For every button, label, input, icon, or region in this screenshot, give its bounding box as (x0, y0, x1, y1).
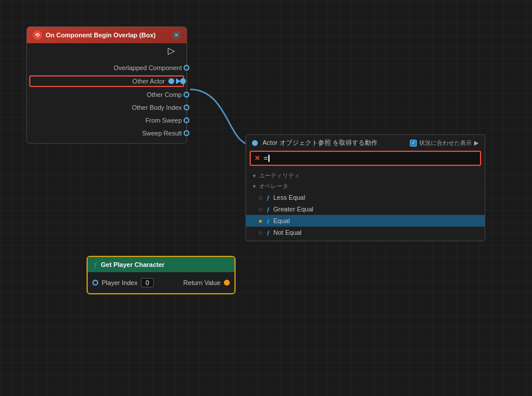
other-actor-dot (168, 78, 174, 84)
pin-from-sweep: From Sweep (27, 114, 186, 127)
context-item-equal[interactable]: ★ ƒ Equal (246, 215, 485, 227)
context-item-greater-equal[interactable]: ☆ ƒ Greater Equal (246, 203, 485, 215)
context-item-not-equal[interactable]: ☆ ƒ Not Equal (246, 227, 485, 238)
context-header: Actor オブジェクト参照 を取得する動作 ✓ 状況に合わせた表示 ▶ (246, 135, 485, 151)
less-equal-func-icon: ƒ (267, 194, 270, 201)
show-context-checkbox[interactable]: ✓ (410, 140, 417, 147)
player-char-func-icon: ƒ (94, 260, 98, 269)
category-operator-arrow: ▼ (252, 184, 257, 189)
overlap-title-icon: ⟲ (33, 30, 42, 40)
pin-sweep-result: Sweep Result (27, 127, 186, 140)
exec-pin: ▷ (27, 43, 186, 58)
context-header-text: Actor オブジェクト参照 を取得する動作 (262, 138, 405, 147)
overlap-node-header: ⟲ On Component Begin Overlap (Box) ✕ (27, 27, 186, 43)
player-char-title: Get Player Character (101, 261, 165, 268)
overlap-node-title: On Component Begin Overlap (Box) (46, 32, 156, 39)
from-sweep-pin (184, 117, 189, 123)
overlapped-component-label: Overlapped Component (113, 64, 182, 71)
exec-arrow-icon: ▷ (168, 45, 175, 56)
other-actor-label: Other Actor (132, 78, 165, 85)
less-equal-label: Less Equal (274, 194, 305, 201)
pin-other-comp: Other Comp (27, 88, 186, 101)
equal-label: Equal (274, 217, 290, 224)
player-char-body: Player Index 0 Return Value (88, 272, 234, 293)
search-value-text: = (264, 154, 268, 162)
search-bar[interactable]: ✕ = (250, 151, 481, 166)
overlap-node-close[interactable]: ✕ (172, 31, 181, 39)
player-index-input[interactable]: 0 (141, 278, 154, 287)
overlap-node: ⟲ On Component Begin Overlap (Box) ✕ ▷ O… (26, 26, 187, 144)
context-item-less-equal[interactable]: ☆ ƒ Less Equal (246, 192, 485, 203)
overlap-node-body: Overlapped Component Other Actor Other C… (27, 58, 186, 143)
equal-star-icon: ★ (258, 218, 263, 224)
pin-overlapped-component: Overlapped Component (27, 61, 186, 74)
player-char-header: ƒ Get Player Character (88, 257, 234, 272)
search-clear-button[interactable]: ✕ (254, 154, 260, 162)
return-value-output-pin (224, 280, 230, 286)
sweep-result-label: Sweep Result (142, 130, 182, 137)
player-index-label: Player Index (102, 279, 137, 286)
return-value-label: Return Value (184, 279, 220, 286)
pin-other-body-index: Other Body Index (27, 101, 186, 114)
player-char-node: ƒ Get Player Character Player Index 0 Re… (87, 256, 236, 294)
category-utility-label: ユーティリティ (259, 172, 300, 180)
context-list: ▼ ユーティリティ ▼ オペレータ ☆ ƒ Less Equal ☆ ƒ Gre… (246, 168, 485, 241)
show-context-arrow: ▶ (474, 140, 479, 146)
player-index-input-pin (92, 280, 98, 286)
pin-other-actor-container: Other Actor (29, 75, 184, 87)
show-context-label: 状況に合わせた表示 (419, 139, 472, 147)
category-utility-arrow: ▼ (252, 173, 257, 179)
greater-equal-label: Greater Equal (274, 206, 313, 213)
equal-func-icon: ƒ (267, 217, 270, 224)
from-sweep-label: From Sweep (146, 117, 182, 124)
not-equal-star-icon: ☆ (258, 230, 263, 236)
context-conn-dot (252, 140, 258, 146)
search-input-display[interactable]: = (264, 154, 476, 162)
other-body-index-pin (184, 105, 189, 110)
other-body-index-label: Other Body Index (132, 104, 182, 111)
player-index-row: Player Index 0 (88, 276, 158, 290)
search-cursor (268, 155, 270, 162)
greater-equal-star-icon: ☆ (258, 206, 263, 213)
not-equal-func-icon: ƒ (267, 229, 270, 236)
not-equal-label: Not Equal (274, 229, 302, 236)
category-utility: ▼ ユーティリティ (246, 171, 485, 181)
greater-equal-func-icon: ƒ (267, 206, 270, 213)
other-comp-label: Other Comp (147, 91, 182, 98)
less-equal-star-icon: ☆ (258, 194, 263, 201)
sweep-result-pin (184, 130, 189, 136)
other-actor-output-pin (180, 78, 186, 84)
category-operator-label: オペレータ (259, 182, 288, 190)
category-operator: ▼ オペレータ (246, 181, 485, 192)
show-context-option[interactable]: ✓ 状況に合わせた表示 ▶ (410, 139, 479, 147)
context-panel: Actor オブジェクト参照 を取得する動作 ✓ 状況に合わせた表示 ▶ ✕ =… (246, 134, 485, 241)
return-value-row: Return Value (179, 277, 234, 289)
overlapped-component-pin (184, 65, 189, 71)
other-comp-pin (184, 92, 189, 98)
